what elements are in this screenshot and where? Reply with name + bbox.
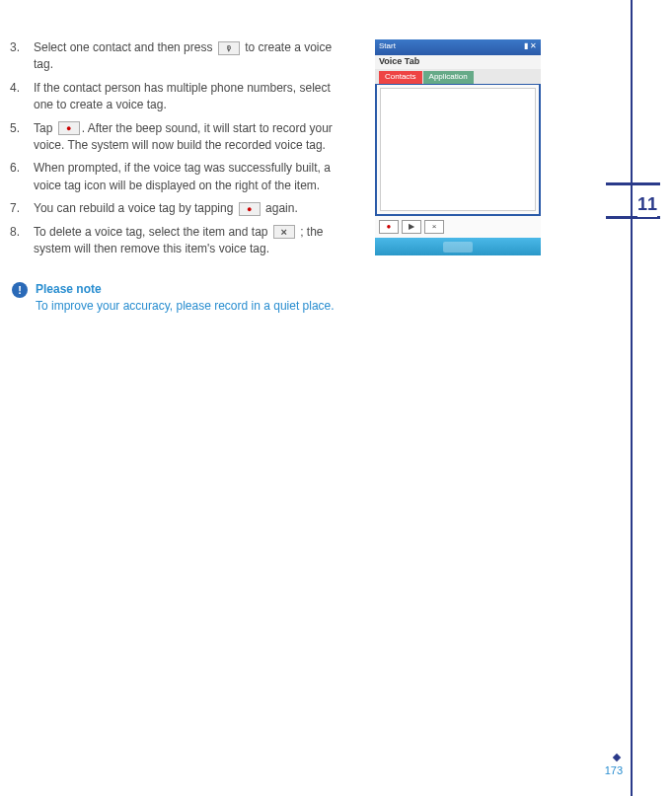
phone-tabs: Contacts Application bbox=[375, 69, 541, 84]
phone-app-title: Voice Tab bbox=[375, 55, 541, 69]
note-text: Please note To improve your accuracy, pl… bbox=[36, 281, 335, 315]
phone-list-area bbox=[380, 88, 536, 211]
phone-tab-contacts: Contacts bbox=[379, 71, 422, 84]
delete-icon bbox=[273, 225, 295, 239]
note-title: Please note bbox=[36, 281, 335, 298]
list-item: 8. To delete a voice tag, select the ite… bbox=[10, 224, 350, 258]
list-item: 5. Tap . After the beep sound, it will s… bbox=[10, 120, 350, 155]
record-icon bbox=[239, 202, 261, 216]
phone-screenshot: Start ▮ ✕ Voice Tab Contacts Application… bbox=[375, 39, 541, 256]
phone-status-right: ▮ ✕ bbox=[524, 41, 537, 53]
step-text: You can rebuild a voice tag by tapping a… bbox=[34, 200, 350, 217]
note-body: To improve your accuracy, please record … bbox=[36, 298, 335, 315]
phone-play-button: ▶ bbox=[402, 220, 421, 234]
list-item: 3. Select one contact and then press to … bbox=[10, 39, 350, 74]
step-text: When prompted, if the voice tag was succ… bbox=[34, 160, 350, 194]
step-text: Tap . After the beep sound, it will star… bbox=[34, 120, 350, 155]
step-number: 5. bbox=[10, 120, 34, 155]
step-text: To delete a voice tag, select the item a… bbox=[34, 224, 350, 258]
list-item: 4. If the contact person has multiple ph… bbox=[10, 80, 350, 114]
phone-delete-button: × bbox=[424, 220, 444, 234]
instruction-list: 3. Select one contact and then press to … bbox=[10, 39, 350, 257]
phone-status-left: Start bbox=[379, 41, 396, 53]
list-item: 7. You can rebuild a voice tag by tappin… bbox=[10, 200, 350, 217]
list-item: 6. When prompted, if the voice tag was s… bbox=[10, 160, 350, 194]
step-text: Select one contact and then press to cre… bbox=[34, 39, 350, 74]
page-diamond-icon bbox=[613, 754, 621, 761]
step-number: 8. bbox=[10, 224, 34, 258]
chapter-number: 11 bbox=[637, 192, 657, 217]
step-number: 4. bbox=[10, 80, 34, 114]
phone-controls: ● ▶ × bbox=[375, 216, 541, 238]
chapter-rule bbox=[606, 182, 660, 185]
info-icon: ! bbox=[12, 282, 28, 298]
phone-softkey bbox=[443, 242, 473, 253]
phone-status-bar: Start ▮ ✕ bbox=[375, 39, 541, 55]
phone-content bbox=[375, 84, 541, 216]
page-margin-rule bbox=[631, 0, 633, 796]
page-number: 173 bbox=[605, 764, 623, 776]
mic-icon bbox=[218, 41, 240, 55]
phone-footer bbox=[375, 238, 541, 255]
step-number: 3. bbox=[10, 39, 34, 74]
record-icon bbox=[58, 121, 80, 135]
phone-record-button: ● bbox=[379, 220, 399, 234]
step-text: If the contact person has multiple phone… bbox=[34, 80, 350, 114]
step-number: 7. bbox=[10, 200, 34, 217]
step-number: 6. bbox=[10, 160, 34, 194]
note-block: ! Please note To improve your accuracy, … bbox=[10, 281, 523, 315]
phone-tab-application: Application bbox=[423, 71, 474, 84]
